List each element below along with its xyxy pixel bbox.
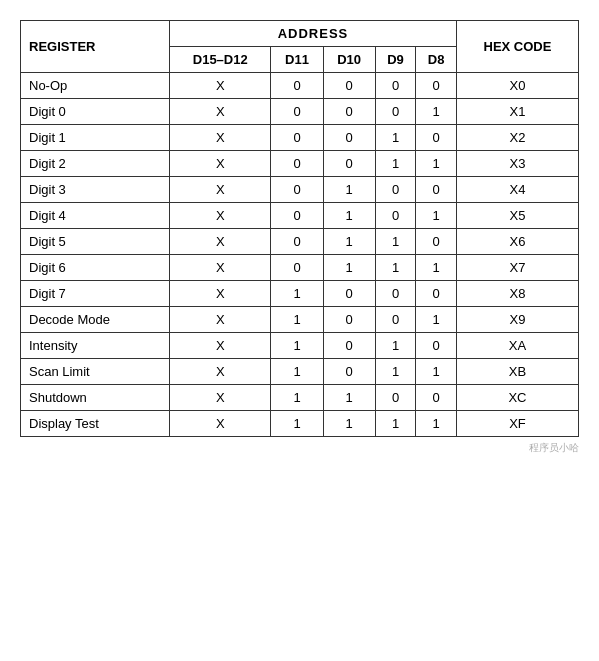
cell-1-hex: X1 [456, 99, 578, 125]
cell-6-d9: 1 [375, 229, 416, 255]
header-register: REGISTER [21, 21, 170, 73]
cell-10-d8: 0 [416, 333, 457, 359]
cell-0-register: No-Op [21, 73, 170, 99]
cell-12-d8: 0 [416, 385, 457, 411]
cell-8-register: Digit 7 [21, 281, 170, 307]
cell-13-d8: 1 [416, 411, 457, 437]
cell-5-d15_d12: X [170, 203, 271, 229]
table-row: Scan LimitX1011XB [21, 359, 579, 385]
cell-6-d11: 0 [271, 229, 323, 255]
cell-9-d10: 0 [323, 307, 375, 333]
cell-13-d9: 1 [375, 411, 416, 437]
cell-0-d11: 0 [271, 73, 323, 99]
cell-2-d8: 0 [416, 125, 457, 151]
cell-1-d11: 0 [271, 99, 323, 125]
cell-7-hex: X7 [456, 255, 578, 281]
table-row: ShutdownX1100XC [21, 385, 579, 411]
cell-10-register: Intensity [21, 333, 170, 359]
cell-0-d8: 0 [416, 73, 457, 99]
watermark: 程序员小哈 [20, 441, 579, 455]
cell-1-register: Digit 0 [21, 99, 170, 125]
cell-5-hex: X5 [456, 203, 578, 229]
cell-12-d10: 1 [323, 385, 375, 411]
cell-0-d15_d12: X [170, 73, 271, 99]
cell-11-d8: 1 [416, 359, 457, 385]
cell-7-d15_d12: X [170, 255, 271, 281]
cell-12-hex: XC [456, 385, 578, 411]
cell-4-d11: 0 [271, 177, 323, 203]
cell-13-d15_d12: X [170, 411, 271, 437]
cell-6-d15_d12: X [170, 229, 271, 255]
header-address: ADDRESS [170, 21, 457, 47]
cell-10-d11: 1 [271, 333, 323, 359]
cell-11-d10: 0 [323, 359, 375, 385]
cell-5-d9: 0 [375, 203, 416, 229]
cell-9-register: Decode Mode [21, 307, 170, 333]
cell-7-d9: 1 [375, 255, 416, 281]
table-row: Display TestX1111XF [21, 411, 579, 437]
table-row: Digit 7X1000X8 [21, 281, 579, 307]
cell-11-hex: XB [456, 359, 578, 385]
cell-2-d15_d12: X [170, 125, 271, 151]
cell-9-d8: 1 [416, 307, 457, 333]
cell-4-d15_d12: X [170, 177, 271, 203]
table-row: Digit 6X0111X7 [21, 255, 579, 281]
cell-8-d9: 0 [375, 281, 416, 307]
cell-6-d8: 0 [416, 229, 457, 255]
cell-12-d11: 1 [271, 385, 323, 411]
cell-0-d10: 0 [323, 73, 375, 99]
sub-header-col-1: D11 [271, 47, 323, 73]
register-table: REGISTER ADDRESS HEX CODE D15–D12D11D10D… [20, 20, 579, 437]
table-row: Digit 3X0100X4 [21, 177, 579, 203]
page-wrapper: REGISTER ADDRESS HEX CODE D15–D12D11D10D… [0, 0, 599, 661]
cell-6-d10: 1 [323, 229, 375, 255]
cell-5-register: Digit 4 [21, 203, 170, 229]
cell-9-hex: X9 [456, 307, 578, 333]
cell-1-d15_d12: X [170, 99, 271, 125]
cell-3-d10: 0 [323, 151, 375, 177]
cell-13-d11: 1 [271, 411, 323, 437]
table-container: REGISTER ADDRESS HEX CODE D15–D12D11D10D… [20, 20, 579, 455]
cell-9-d11: 1 [271, 307, 323, 333]
table-row: Digit 1X0010X2 [21, 125, 579, 151]
sub-header-col-0: D15–D12 [170, 47, 271, 73]
cell-8-d11: 1 [271, 281, 323, 307]
cell-7-d11: 0 [271, 255, 323, 281]
cell-2-hex: X2 [456, 125, 578, 151]
cell-8-d10: 0 [323, 281, 375, 307]
cell-12-register: Shutdown [21, 385, 170, 411]
cell-7-register: Digit 6 [21, 255, 170, 281]
cell-2-d9: 1 [375, 125, 416, 151]
cell-3-d8: 1 [416, 151, 457, 177]
table-row: Decode ModeX1001X9 [21, 307, 579, 333]
cell-10-d15_d12: X [170, 333, 271, 359]
cell-3-register: Digit 2 [21, 151, 170, 177]
cell-11-register: Scan Limit [21, 359, 170, 385]
sub-header-col-3: D9 [375, 47, 416, 73]
cell-0-d9: 0 [375, 73, 416, 99]
cell-1-d9: 0 [375, 99, 416, 125]
cell-11-d9: 1 [375, 359, 416, 385]
cell-10-d9: 1 [375, 333, 416, 359]
cell-7-d8: 1 [416, 255, 457, 281]
cell-9-d9: 0 [375, 307, 416, 333]
cell-13-d10: 1 [323, 411, 375, 437]
cell-6-hex: X6 [456, 229, 578, 255]
sub-header-col-4: D8 [416, 47, 457, 73]
table-body: No-OpX0000X0Digit 0X0001X1Digit 1X0010X2… [21, 73, 579, 437]
cell-4-d8: 0 [416, 177, 457, 203]
table-row: No-OpX0000X0 [21, 73, 579, 99]
cell-6-register: Digit 5 [21, 229, 170, 255]
cell-8-hex: X8 [456, 281, 578, 307]
table-row: Digit 0X0001X1 [21, 99, 579, 125]
table-row: Digit 4X0101X5 [21, 203, 579, 229]
cell-4-d10: 1 [323, 177, 375, 203]
cell-10-hex: XA [456, 333, 578, 359]
table-row: IntensityX1010XA [21, 333, 579, 359]
cell-0-hex: X0 [456, 73, 578, 99]
cell-3-d11: 0 [271, 151, 323, 177]
cell-13-hex: XF [456, 411, 578, 437]
cell-2-d10: 0 [323, 125, 375, 151]
cell-4-hex: X4 [456, 177, 578, 203]
header-hex: HEX CODE [456, 21, 578, 73]
